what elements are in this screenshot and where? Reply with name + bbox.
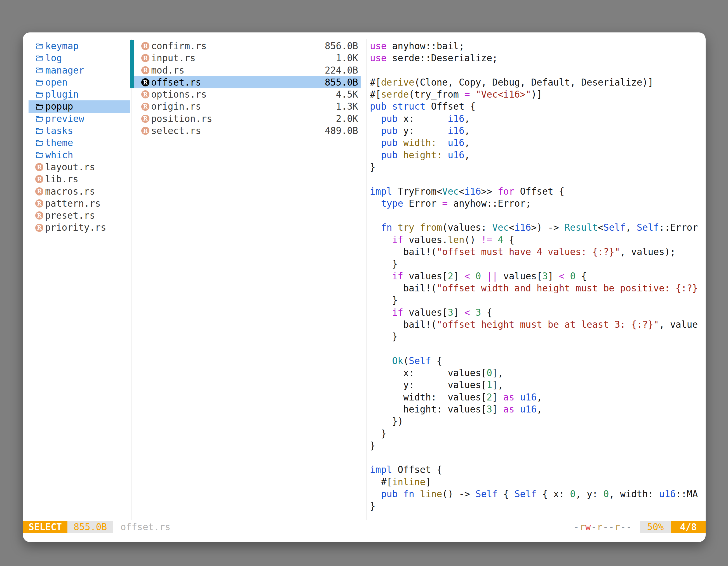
sidebar-folder-tasks[interactable]: tasks [29, 125, 130, 137]
code-line: height: values[3] as u16, [370, 403, 706, 415]
scrollbar-indicator[interactable] [130, 40, 134, 88]
sidebar-file-priority-rs[interactable]: Rpriority.rs [29, 222, 130, 234]
rust-file-icon: R [141, 66, 149, 74]
sidebar-folder-preview[interactable]: preview [29, 113, 130, 125]
entry-label: theme [45, 137, 73, 149]
rust-file-icon: R [35, 200, 43, 208]
code-line [370, 342, 706, 354]
entry-label: plugin [45, 88, 79, 100]
file-size: 1.3K [336, 100, 358, 112]
file-row-offset-rs[interactable]: Roffset.rs855.0B [134, 76, 361, 88]
code-line: y: values[1], [370, 379, 706, 391]
rust-file-icon: R [35, 224, 43, 232]
file-row-select-rs[interactable]: Rselect.rs489.0B [134, 125, 361, 137]
sidebar-file-layout-rs[interactable]: Rlayout.rs [29, 161, 130, 173]
folder-open-icon [35, 78, 44, 87]
file-row-confirm-rs[interactable]: Rconfirm.rs856.0B [134, 40, 361, 52]
rust-file-icon: R [141, 54, 149, 62]
code-line: pub width: u16, [370, 137, 706, 149]
sidebar-file-macros-rs[interactable]: Rmacros.rs [29, 186, 130, 198]
yazi-window: keymaplogmanageropenpluginpopuppreviewta… [23, 32, 706, 542]
file-size: 489.0B [325, 125, 358, 137]
code-line: #[derive(Clone, Copy, Debug, Default, De… [370, 76, 706, 88]
code-line: fn try_from(values: Vec<i16>) -> Result<… [370, 222, 706, 234]
code-line [370, 452, 706, 464]
code-line: } [370, 500, 706, 512]
file-size: 855.0B [325, 76, 358, 88]
sidebar-folder-plugin[interactable]: plugin [29, 88, 130, 100]
file-size: 4.5K [336, 88, 358, 100]
desktop-background: { "app": {"name": "yazi-file-manager"}, … [0, 0, 728, 566]
code-line: } [370, 427, 706, 440]
folder-open-icon [35, 114, 44, 123]
code-line [370, 173, 706, 185]
code-line: bail!("offset width and height must be p… [370, 282, 706, 294]
entry-label: macros.rs [45, 186, 95, 198]
scroll-percent-chip: 50% [640, 521, 671, 533]
sidebar-folder-theme[interactable]: theme [29, 137, 130, 149]
sidebar-folder-keymap[interactable]: keymap [29, 40, 130, 52]
code-line: width: values[2] as u16, [370, 391, 706, 403]
file-size: 2.0K [336, 113, 358, 125]
code-line: pub height: u16, [370, 149, 706, 161]
rust-file-icon: R [141, 78, 149, 86]
entry-label: preview [45, 113, 84, 125]
code-line: if values[2] < 0 || values[3] < 0 { [370, 270, 706, 282]
code-line: bail!("offset height must be at least 3:… [370, 318, 706, 330]
sidebar-folder-manager[interactable]: manager [29, 64, 130, 76]
sidebar-folder-open[interactable]: open [29, 76, 130, 88]
sidebar-folder-popup[interactable]: popup [29, 100, 130, 112]
sidebar-folder-log[interactable]: log [29, 52, 130, 64]
entry-label: log [45, 52, 62, 64]
code-line: } [370, 330, 706, 342]
permissions-text: -rw-r--r-- [574, 521, 632, 533]
entry-label: popup [45, 100, 73, 112]
code-line: #[inline] [370, 476, 706, 488]
status-filename: offset.rs [120, 521, 170, 533]
sidebar-file-lib-rs[interactable]: Rlib.rs [29, 173, 130, 185]
file-row-options-rs[interactable]: Roptions.rs4.5K [134, 88, 361, 100]
code-line: pub fn line() -> Self { Self { x: 0, y: … [370, 488, 706, 500]
entry-label: manager [45, 64, 84, 76]
entry-label: layout.rs [45, 161, 95, 173]
sidebar-file-preset-rs[interactable]: Rpreset.rs [29, 210, 130, 222]
file-row-position-rs[interactable]: Rposition.rs2.0K [134, 113, 361, 125]
file-row-mod-rs[interactable]: Rmod.rs224.0B [134, 64, 361, 76]
file-name: origin.rs [151, 100, 201, 112]
rust-file-icon: R [141, 103, 149, 111]
file-name: position.rs [151, 113, 212, 125]
code-line: impl Offset { [370, 464, 706, 476]
file-name: mod.rs [151, 64, 184, 76]
code-line: Ok(Self { [370, 355, 706, 367]
code-line: #[serde(try_from = "Vec<i16>")] [370, 88, 706, 100]
file-row-origin-rs[interactable]: Rorigin.rs1.3K [134, 100, 361, 112]
folder-open-icon [35, 102, 44, 111]
entry-label: lib.rs [45, 173, 78, 185]
status-bar: SELECT 855.0B offset.rs -rw-r--r-- 50% 4… [23, 521, 706, 533]
folder-open-icon [35, 127, 44, 135]
entry-label: tasks [45, 125, 73, 137]
current-directory-pane: Rconfirm.rs856.0BRinput.rs1.0KRmod.rs224… [134, 40, 361, 137]
rust-file-icon: R [141, 127, 149, 135]
file-name: options.rs [151, 88, 207, 100]
sidebar-file-pattern-rs[interactable]: Rpattern.rs [29, 198, 130, 210]
code-line: use serde::Deserialize; [370, 52, 706, 64]
code-line: } [370, 440, 706, 452]
code-line: if values.len() != 4 { [370, 234, 706, 246]
status-spacer [170, 521, 574, 533]
pane-separator-left [131, 39, 132, 520]
entry-label: keymap [45, 40, 79, 52]
file-preview-pane: use anyhow::bail;use serde::Deserialize;… [370, 40, 706, 520]
code-line: pub y: i16, [370, 125, 706, 137]
sidebar-folder-which[interactable]: which [29, 149, 130, 161]
code-line: x: values[0], [370, 367, 706, 379]
entry-label: open [45, 76, 67, 88]
cursor-position-badge: 4/8 [671, 521, 706, 533]
folder-open-icon [35, 139, 44, 147]
code-line [370, 64, 706, 76]
file-size: 224.0B [325, 64, 358, 76]
file-row-input-rs[interactable]: Rinput.rs1.0K [134, 52, 361, 64]
file-size-chip: 855.0B [67, 521, 113, 533]
entry-label: preset.rs [45, 210, 95, 222]
rust-file-icon: R [35, 187, 43, 196]
